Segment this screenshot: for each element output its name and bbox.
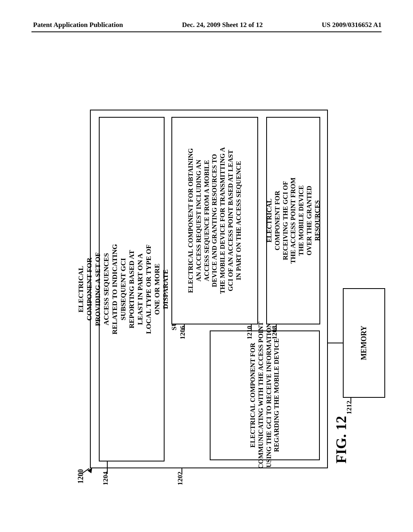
arrow-1200-icon [82,467,95,480]
component-1206-text: ELECTRICAL COMPONENT FOR OBTAINING AN AC… [187,147,243,294]
memory-1212: MEMORY [343,288,385,398]
component-1206: ELECTRICAL COMPONENT FOR OBTAINING AN AC… [171,117,258,324]
header-left: Patent Application Publication [33,21,123,29]
memory-1212-text: MEMORY [360,326,369,360]
component-1208: ELECTRICAL COMPONENT FOR RECEIVING THE G… [266,117,320,324]
component-1210: ELECTRICAL COMPONENT FOR COMMUNICATING W… [210,330,320,460]
ref-1212: 1212 [345,401,353,414]
figure-label: FIG. 12 [333,416,350,463]
header-center: Dec. 24, 2009 Sheet 12 of 12 [182,21,263,29]
ref-1202: 1202 [176,472,184,485]
header-rule [31,31,382,32]
component-1204: ELECTRICAL COMPONENT FOR PROVIDING A SET… [99,117,165,461]
component-1208-text: ELECTRICAL COMPONENT FOR RECEIVING THE G… [265,178,321,264]
ref-1208: 1208 [271,326,279,339]
header-right: US 2009/0316652 A1 [322,21,382,29]
component-1204-text: ELECTRICAL COMPONENT FOR PROVIDING A SET… [77,244,187,334]
diagram: 1200 ELECTRICAL COMPONENT FOR PROVIDING … [38,48,369,496]
component-1210-text: ELECTRICAL COMPONENT FOR COMMUNICATING W… [249,322,281,469]
ref-1204: 1204 [102,472,110,485]
ref-1206: 1206 [179,326,187,339]
connector-1202-1212 [328,343,343,343]
ref-1210: 1210 [246,326,254,339]
